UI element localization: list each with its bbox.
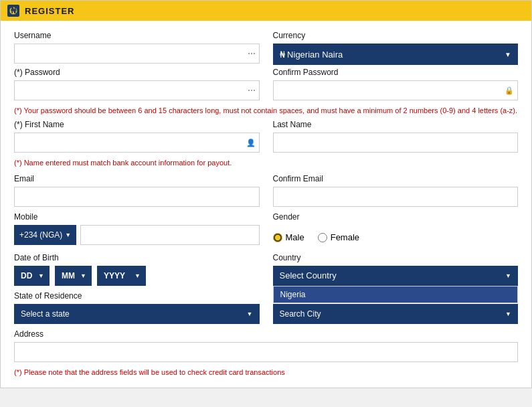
row-address: Address [14,329,518,362]
confirm-password-input-wrapper: 🔒 [273,80,519,100]
country-dropdown-container: Select Country Nigeria [273,266,519,286]
address-group: Address [14,329,518,362]
password-input[interactable] [14,80,260,100]
address-input[interactable] [14,342,518,362]
confirm-password-group: Confirm Password 🔒 [273,68,519,100]
row-username-currency: Username ⋯ Currency ₦ Nigerian Naira $ U… [14,31,518,65]
state-label: State of Residence [14,291,260,301]
dob-day-select[interactable]: DD [14,266,50,286]
gender-female-label: Female [331,232,359,242]
dots-icon: ⋯ [248,49,256,58]
firstname-input[interactable] [14,133,260,153]
currency-select[interactable]: ₦ Nigerian Naira $ US Dollar € Euro [273,44,519,65]
svg-text:₦: ₦ [11,6,17,15]
dob-month-select[interactable]: MM [55,266,92,286]
country-dropdown-list: Nigeria [273,286,519,303]
password-dots-icon: ⋯ [248,86,256,95]
city-select[interactable]: Search City [273,304,519,324]
firstname-label: (*) First Name [14,120,260,129]
confirm-email-group: Confirm Email [273,174,519,207]
lastname-label: Last Name [273,120,519,129]
address-hint: (*) Please note that the address fields … [14,368,518,378]
mobile-input[interactable] [80,225,259,245]
register-window: ₦ REGISTER Username ⋯ Currency ₦ Nigeria… [0,0,532,388]
state-select[interactable]: Select a state [14,304,260,324]
mobile-label: Mobile [14,212,260,222]
username-label: Username [14,31,260,40]
gender-male-radio[interactable] [273,233,282,242]
city-select-wrapper: Search City [273,304,519,324]
email-label: Email [14,174,260,183]
dob-dd-wrapper: DD [14,266,50,286]
address-label: Address [14,329,518,339]
currency-group: Currency ₦ Nigerian Naira $ US Dollar € … [273,31,519,65]
confirm-email-label: Confirm Email [273,174,519,183]
lock-icon: 🔒 [505,86,514,95]
email-input[interactable] [14,187,260,207]
mobile-input-row: +234 (NGA) [14,225,260,245]
dob-mm-wrapper: MM [55,266,92,286]
confirm-password-input[interactable] [273,80,519,100]
password-group: (*) Password ⋯ [14,68,260,100]
country-group: Country Select Country Nigeria [273,253,519,286]
row-password: (*) Password ⋯ Confirm Password 🔒 [14,68,518,100]
gender-label: Gender [273,212,519,222]
person-icon: 👤 [246,139,256,147]
gender-options: Male Female [273,228,519,248]
country-option-nigeria[interactable]: Nigeria [274,287,518,303]
row-email: Email Confirm Email [14,174,518,207]
lastname-group: Last Name [273,120,519,153]
confirm-email-input[interactable] [273,187,519,207]
firstname-group: (*) First Name 👤 [14,120,260,153]
phone-code-button[interactable]: +234 (NGA) [14,225,76,245]
gender-group: Gender Male Female [273,212,519,248]
row-names: (*) First Name 👤 Last Name [14,120,518,153]
window-title: REGISTER [25,6,74,16]
dob-label: Date of Birth [14,253,260,262]
city-group: Search City [273,301,519,324]
confirm-password-label: Confirm Password [273,68,519,77]
row-dob-country: Date of Birth DD MM YYYY [14,253,518,286]
email-group: Email [14,174,260,207]
country-select-label: Select Country [280,270,337,280]
currency-select-wrapper: ₦ Nigerian Naira $ US Dollar € Euro [273,44,519,65]
gender-female-option[interactable]: Female [318,232,359,242]
gender-female-radio[interactable] [318,233,327,242]
country-label: Country [273,253,519,262]
lastname-input[interactable] [273,133,519,153]
name-hint: (*) Name entered must match bank account… [14,158,518,168]
firstname-input-wrapper: 👤 [14,133,260,153]
mobile-group: Mobile +234 (NGA) [14,212,260,248]
state-select-wrapper: Select a state [14,304,260,324]
username-group: Username ⋯ [14,31,260,65]
password-hint: (*) Your password should be between 6 an… [14,106,518,116]
dob-yyyy-wrapper: YYYY [97,266,146,286]
country-select-button[interactable]: Select Country [273,266,519,286]
state-group: State of Residence Select a state [14,291,260,324]
title-bar: ₦ REGISTER [1,1,531,21]
password-input-wrapper: ⋯ [14,80,260,100]
app-icon: ₦ [7,5,19,17]
dob-selects: DD MM YYYY [14,266,260,286]
gender-male-option[interactable]: Male [273,232,304,242]
username-input[interactable] [14,44,260,64]
password-label: (*) Password [14,68,260,77]
row-mobile-gender: Mobile +234 (NGA) Gender Male Female [14,212,518,248]
dob-year-select[interactable]: YYYY [97,266,146,286]
currency-label: Currency [273,31,519,40]
username-input-wrapper: ⋯ [14,44,260,64]
register-form: Username ⋯ Currency ₦ Nigerian Naira $ U… [1,21,531,388]
dob-group: Date of Birth DD MM YYYY [14,253,260,286]
gender-male-label: Male [286,232,304,242]
